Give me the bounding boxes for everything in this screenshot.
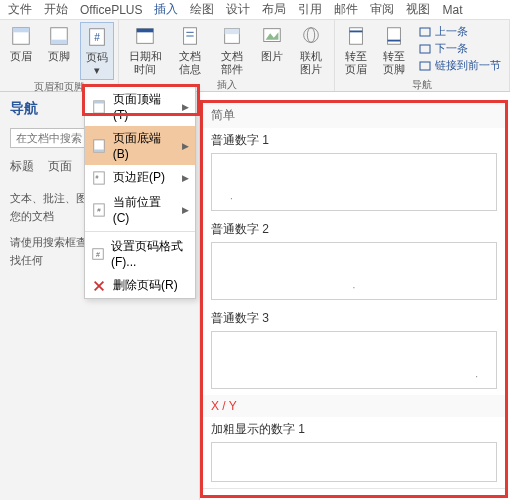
svg-point-15 [304, 28, 319, 43]
group-navigation: 转至页眉 转至页脚 上一条 下一条 链接到前一节 导航 [335, 20, 510, 91]
group-navigation-label: 导航 [412, 78, 432, 93]
group-insert-label: 插入 [217, 78, 237, 93]
gallery-item-3[interactable]: 普通数字 3 · [203, 306, 505, 395]
menu-format-page-number[interactable]: # 设置页码格式(F)... [85, 234, 195, 273]
picture-label: 图片 [261, 50, 283, 63]
gallery-item-2-label: 普通数字 2 [211, 221, 497, 238]
gallery-item-2[interactable]: 普通数字 2 · [203, 217, 505, 306]
menu-current-position-label: 当前位置(C) [113, 194, 176, 225]
menu-remove-label: 删除页码(R) [113, 277, 178, 294]
page-number-button[interactable]: # 页码 ▾ [80, 22, 114, 80]
prev-icon [419, 27, 431, 37]
menu-separator [85, 231, 195, 232]
gallery-item-1-label: 普通数字 1 [211, 132, 497, 149]
menu-page-bottom[interactable]: 页面底端(B) ▶ [85, 126, 195, 165]
gallery-preview-2: · [211, 242, 497, 300]
tab-view[interactable]: 视图 [406, 1, 430, 18]
gallery-save-selection[interactable]: 💾 将所选内容另存为页码(底端)(S) [203, 488, 505, 498]
svg-rect-23 [420, 62, 430, 70]
tab-officeplus[interactable]: OfficePLUS [80, 3, 142, 17]
svg-rect-27 [94, 149, 105, 152]
header-button[interactable]: 页眉 [4, 22, 38, 80]
doc-info-icon [178, 24, 202, 48]
date-time-label: 日期和时间 [127, 50, 164, 76]
prev-link[interactable]: 上一条 [419, 24, 501, 39]
doc-info-label: 文档信息 [176, 50, 205, 76]
header-label: 页眉 [10, 50, 32, 63]
menu-page-margin[interactable]: # 页边距(P) ▶ [85, 165, 195, 190]
nav-tab-pages[interactable]: 页面 [48, 158, 72, 175]
chevron-right-icon: ▶ [182, 205, 189, 215]
tab-file[interactable]: 文件 [8, 1, 32, 18]
svg-rect-7 [137, 29, 154, 33]
remove-icon [91, 278, 107, 294]
menu-current-position[interactable]: # 当前位置(C) ▶ [85, 190, 195, 229]
tab-review[interactable]: 审阅 [370, 1, 394, 18]
format-icon: # [91, 246, 105, 262]
svg-rect-25 [94, 100, 105, 103]
save-icon: 💾 [211, 496, 228, 498]
tab-draw[interactable]: 绘图 [190, 1, 214, 18]
group-insert: 日期和时间 文档信息 文档部件 图片 联机图片 插入 [119, 20, 335, 91]
goto-footer-button[interactable]: 转至页脚 [377, 22, 411, 78]
svg-rect-22 [420, 45, 430, 53]
svg-rect-1 [13, 28, 30, 33]
tab-insert[interactable]: 插入 [154, 1, 178, 18]
page-number-label: 页码 ▾ [85, 51, 109, 77]
online-picture-icon [299, 24, 323, 48]
doc-parts-button[interactable]: 文档部件 [213, 22, 250, 78]
tab-layout[interactable]: 布局 [262, 1, 286, 18]
doc-parts-icon [220, 24, 244, 48]
svg-text:#: # [96, 173, 99, 179]
page-bottom-icon [91, 138, 107, 154]
goto-footer-label: 转至页脚 [381, 50, 407, 76]
svg-rect-19 [388, 28, 401, 45]
gallery-preview-1: · [211, 153, 497, 211]
nav-tab-headings[interactable]: 标题 [10, 158, 34, 175]
menu-page-bottom-label: 页面底端(B) [113, 130, 176, 161]
footer-button[interactable]: 页脚 [42, 22, 76, 80]
page-number-gallery: 简单 普通数字 1 · 普通数字 2 · 普通数字 3 · X / Y 加粗显示… [200, 100, 508, 498]
gallery-item-1[interactable]: 普通数字 1 · [203, 128, 505, 217]
chevron-right-icon: ▶ [182, 141, 189, 151]
chevron-right-icon: ▶ [182, 102, 189, 112]
doc-parts-label: 文档部件 [217, 50, 246, 76]
picture-button[interactable]: 图片 [255, 22, 289, 78]
svg-point-16 [308, 28, 315, 43]
menu-remove-page-number[interactable]: 删除页码(R) [85, 273, 195, 298]
menu-format-label: 设置页码格式(F)... [111, 238, 189, 269]
online-picture-button[interactable]: 联机图片 [293, 22, 330, 78]
goto-footer-icon [382, 24, 406, 48]
svg-text:#: # [94, 32, 100, 43]
menu-page-top[interactable]: 页面顶端(T) ▶ [85, 87, 195, 126]
svg-text:#: # [97, 205, 101, 212]
gallery-preview-bold-1 [211, 442, 497, 482]
chevron-right-icon: ▶ [182, 173, 189, 183]
tab-home[interactable]: 开始 [44, 1, 68, 18]
gallery-save-selection-label: 将所选内容另存为页码(底端)(S) [228, 496, 382, 498]
svg-rect-12 [225, 29, 240, 35]
next-icon [419, 44, 431, 54]
gallery-item-bold-1[interactable]: 加粗显示的数字 1 [203, 417, 505, 488]
nav-links: 上一条 下一条 链接到前一节 [415, 22, 505, 78]
footer-icon [47, 24, 71, 48]
next-link[interactable]: 下一条 [419, 41, 501, 56]
tab-mat[interactable]: Mat [442, 3, 462, 17]
tab-references[interactable]: 引用 [298, 1, 322, 18]
doc-info-button[interactable]: 文档信息 [172, 22, 209, 78]
current-pos-icon: # [91, 202, 107, 218]
link-icon [419, 61, 431, 71]
link-prev-link[interactable]: 链接到前一节 [419, 58, 501, 73]
date-time-button[interactable]: 日期和时间 [123, 22, 168, 78]
ribbon: 页眉 页脚 # 页码 ▾ 页眉和页脚 日期和时间 文档信息 [0, 20, 510, 92]
page-number-icon: # [85, 25, 109, 49]
gallery-section-simple: 简单 [203, 103, 505, 128]
online-picture-label: 联机图片 [297, 50, 326, 76]
page-number-menu: 页面顶端(T) ▶ 页面底端(B) ▶ # 页边距(P) ▶ # 当前位置(C)… [84, 86, 196, 299]
tab-design[interactable]: 设计 [226, 1, 250, 18]
gallery-item-bold-1-label: 加粗显示的数字 1 [211, 421, 497, 438]
tab-mail[interactable]: 邮件 [334, 1, 358, 18]
tab-bar: 文件 开始 OfficePLUS 插入 绘图 设计 布局 引用 邮件 审阅 视图… [0, 0, 510, 20]
goto-header-button[interactable]: 转至页眉 [339, 22, 373, 78]
gallery-section-xy: X / Y [203, 395, 505, 417]
